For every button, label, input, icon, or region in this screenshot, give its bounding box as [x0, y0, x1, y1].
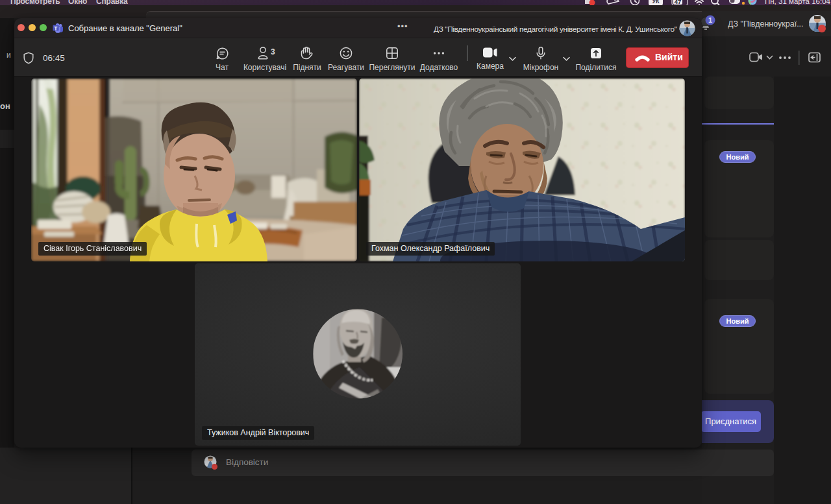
svg-text:3: 3 — [271, 47, 275, 56]
svg-text:1: 1 — [708, 16, 712, 24]
svg-text:47: 47 — [675, 0, 682, 5]
svg-text:УК: УК — [652, 0, 660, 5]
